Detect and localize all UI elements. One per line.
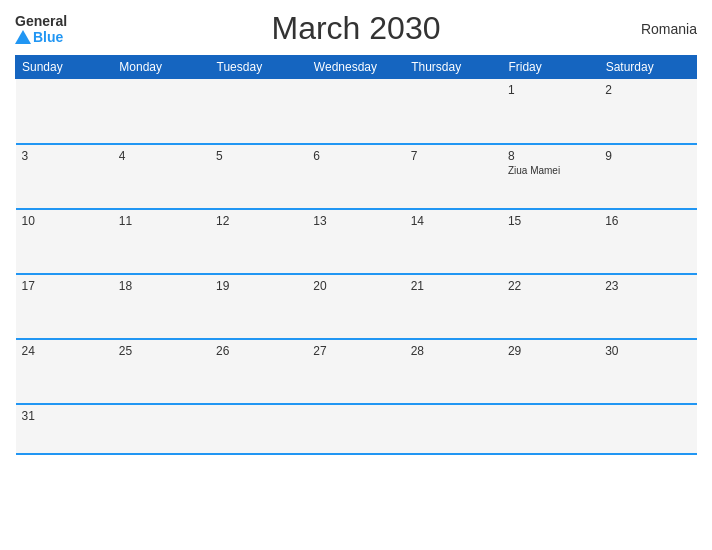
day-cell-w5-d0: 31 bbox=[16, 404, 113, 454]
day-number: 19 bbox=[216, 279, 301, 293]
day-cell-w2-d4: 14 bbox=[405, 209, 502, 274]
day-cell-w4-d6: 30 bbox=[599, 339, 696, 404]
day-cell-w5-d6 bbox=[599, 404, 696, 454]
day-cell-w1-d1: 4 bbox=[113, 144, 210, 209]
day-number: 14 bbox=[411, 214, 496, 228]
day-number: 23 bbox=[605, 279, 690, 293]
day-cell-w5-d2 bbox=[210, 404, 307, 454]
day-cell-w2-d0: 10 bbox=[16, 209, 113, 274]
week-row-5: 31 bbox=[16, 404, 697, 454]
event-text: Ziua Mamei bbox=[508, 165, 593, 176]
day-number: 29 bbox=[508, 344, 593, 358]
day-number: 11 bbox=[119, 214, 204, 228]
header-saturday: Saturday bbox=[599, 56, 696, 79]
day-cell-w0-d0 bbox=[16, 79, 113, 144]
day-number: 10 bbox=[22, 214, 107, 228]
day-number: 8 bbox=[508, 149, 593, 163]
day-number: 13 bbox=[313, 214, 398, 228]
day-number: 4 bbox=[119, 149, 204, 163]
day-cell-w3-d1: 18 bbox=[113, 274, 210, 339]
calendar-country: Romania bbox=[641, 21, 697, 37]
day-cell-w5-d3 bbox=[307, 404, 404, 454]
day-number: 18 bbox=[119, 279, 204, 293]
day-number: 28 bbox=[411, 344, 496, 358]
day-cell-w5-d4 bbox=[405, 404, 502, 454]
week-row-3: 17181920212223 bbox=[16, 274, 697, 339]
calendar-title: March 2030 bbox=[272, 10, 441, 47]
day-cell-w1-d2: 5 bbox=[210, 144, 307, 209]
day-cell-w0-d4 bbox=[405, 79, 502, 144]
day-number: 30 bbox=[605, 344, 690, 358]
day-number: 12 bbox=[216, 214, 301, 228]
day-cell-w1-d5: 8Ziua Mamei bbox=[502, 144, 599, 209]
week-row-4: 24252627282930 bbox=[16, 339, 697, 404]
calendar-header: General Blue March 2030 Romania bbox=[15, 10, 697, 47]
day-cell-w1-d0: 3 bbox=[16, 144, 113, 209]
day-number: 26 bbox=[216, 344, 301, 358]
day-cell-w0-d5: 1 bbox=[502, 79, 599, 144]
day-number: 31 bbox=[22, 409, 107, 423]
day-cell-w0-d1 bbox=[113, 79, 210, 144]
week-row-2: 10111213141516 bbox=[16, 209, 697, 274]
day-cell-w2-d6: 16 bbox=[599, 209, 696, 274]
header-thursday: Thursday bbox=[405, 56, 502, 79]
logo-triangle-icon bbox=[15, 30, 31, 44]
logo-blue-row: Blue bbox=[15, 29, 63, 45]
day-number: 16 bbox=[605, 214, 690, 228]
day-number: 20 bbox=[313, 279, 398, 293]
day-cell-w3-d2: 19 bbox=[210, 274, 307, 339]
header-tuesday: Tuesday bbox=[210, 56, 307, 79]
week-row-1: 345678Ziua Mamei9 bbox=[16, 144, 697, 209]
day-cell-w4-d5: 29 bbox=[502, 339, 599, 404]
day-number: 24 bbox=[22, 344, 107, 358]
day-cell-w0-d6: 2 bbox=[599, 79, 696, 144]
header-wednesday: Wednesday bbox=[307, 56, 404, 79]
logo-blue-text: Blue bbox=[33, 29, 63, 45]
day-number: 22 bbox=[508, 279, 593, 293]
day-number: 6 bbox=[313, 149, 398, 163]
day-number: 15 bbox=[508, 214, 593, 228]
day-number: 3 bbox=[22, 149, 107, 163]
day-cell-w4-d3: 27 bbox=[307, 339, 404, 404]
day-header-row: Sunday Monday Tuesday Wednesday Thursday… bbox=[16, 56, 697, 79]
day-cell-w3-d6: 23 bbox=[599, 274, 696, 339]
day-cell-w3-d3: 20 bbox=[307, 274, 404, 339]
day-cell-w1-d6: 9 bbox=[599, 144, 696, 209]
header-sunday: Sunday bbox=[16, 56, 113, 79]
day-cell-w5-d1 bbox=[113, 404, 210, 454]
header-friday: Friday bbox=[502, 56, 599, 79]
day-cell-w4-d2: 26 bbox=[210, 339, 307, 404]
day-cell-w4-d0: 24 bbox=[16, 339, 113, 404]
day-cell-w4-d4: 28 bbox=[405, 339, 502, 404]
day-number: 25 bbox=[119, 344, 204, 358]
day-cell-w2-d3: 13 bbox=[307, 209, 404, 274]
logo-general-text: General bbox=[15, 13, 67, 29]
day-cell-w1-d4: 7 bbox=[405, 144, 502, 209]
day-number: 2 bbox=[605, 83, 690, 97]
day-number: 17 bbox=[22, 279, 107, 293]
day-number: 7 bbox=[411, 149, 496, 163]
header-monday: Monday bbox=[113, 56, 210, 79]
day-number: 9 bbox=[605, 149, 690, 163]
week-row-0: 12 bbox=[16, 79, 697, 144]
day-number: 1 bbox=[508, 83, 593, 97]
day-cell-w2-d2: 12 bbox=[210, 209, 307, 274]
calendar-table: Sunday Monday Tuesday Wednesday Thursday… bbox=[15, 55, 697, 455]
day-cell-w2-d5: 15 bbox=[502, 209, 599, 274]
day-cell-w3-d4: 21 bbox=[405, 274, 502, 339]
day-number: 21 bbox=[411, 279, 496, 293]
day-cell-w5-d5 bbox=[502, 404, 599, 454]
day-number: 5 bbox=[216, 149, 301, 163]
logo: General Blue bbox=[15, 13, 67, 45]
day-cell-w2-d1: 11 bbox=[113, 209, 210, 274]
day-cell-w4-d1: 25 bbox=[113, 339, 210, 404]
day-cell-w3-d5: 22 bbox=[502, 274, 599, 339]
day-cell-w3-d0: 17 bbox=[16, 274, 113, 339]
day-cell-w1-d3: 6 bbox=[307, 144, 404, 209]
day-number: 27 bbox=[313, 344, 398, 358]
day-cell-w0-d3 bbox=[307, 79, 404, 144]
day-cell-w0-d2 bbox=[210, 79, 307, 144]
calendar-container: General Blue March 2030 Romania Sunday M… bbox=[0, 0, 712, 550]
